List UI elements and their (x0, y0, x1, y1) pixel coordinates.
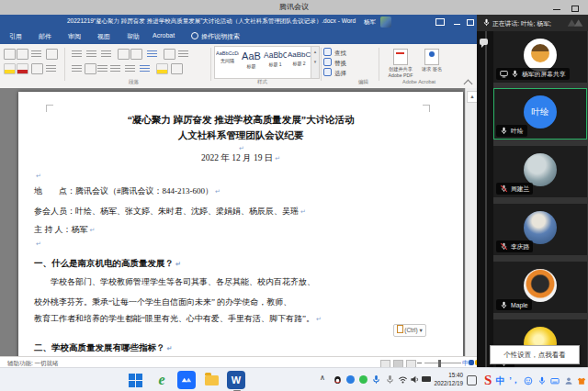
multilevel-list-icon[interactable] (101, 49, 111, 58)
chat-bubble-icon[interactable] (480, 39, 488, 45)
avatar-yangjun (524, 39, 557, 72)
ime-chinese-mode-icon[interactable]: 中 (496, 374, 505, 387)
ime-tool-icon[interactable] (469, 360, 474, 365)
create-share-pdf-label[interactable]: 创建并共享 Adobe PDF (384, 66, 417, 78)
zoom-out-icon[interactable] (417, 363, 422, 363)
align-left-icon[interactable] (72, 63, 82, 73)
tab-help[interactable]: 帮助 (127, 32, 140, 41)
notification-center-icon[interactable] (467, 375, 477, 385)
tell-me-search[interactable]: 操作说明搜索 (191, 32, 240, 41)
participant-label: 周建兰 (496, 183, 533, 195)
restore-icon[interactable] (571, 6, 579, 12)
bullets-icon[interactable] (72, 49, 82, 58)
find-button[interactable]: 查找 (323, 48, 346, 58)
align-right-icon[interactable] (97, 63, 107, 73)
soft-keyboard-icon[interactable] (550, 376, 560, 385)
group-divider (321, 48, 322, 81)
align-center-icon[interactable] (85, 63, 96, 74)
mic-active-tray-icon[interactable] (371, 374, 381, 385)
tab-references[interactable]: 引用 (9, 32, 22, 41)
select-button[interactable]: 选择 (323, 68, 346, 78)
word-taskbar-icon[interactable]: W (227, 371, 245, 389)
ribbon-display-options-icon[interactable] (435, 18, 445, 26)
internet-explorer-icon[interactable]: e (153, 371, 171, 389)
participant-tile-liqinglu[interactable]: 李庆路 (493, 204, 587, 255)
style-no-spacing[interactable]: AaBbCcDc 无间隔 (216, 47, 239, 76)
style-title[interactable]: AaB 标题 (240, 47, 263, 76)
highlight-color-icon[interactable] (4, 63, 16, 74)
emoji-icon[interactable] (524, 376, 533, 385)
tab-mailings[interactable]: 邮件 (39, 32, 51, 41)
distribute-icon[interactable] (125, 63, 135, 73)
participant-tile-yehui[interactable]: 叶绘 叶绘 (493, 88, 587, 140)
tab-view[interactable]: 视图 (97, 32, 110, 41)
line-spacing-icon[interactable] (140, 63, 150, 73)
file-explorer-icon[interactable] (202, 371, 220, 389)
participant-tile-maple[interactable]: Maple (493, 262, 587, 313)
sort-icon[interactable] (164, 49, 175, 60)
wechat-tray-icon[interactable] (359, 375, 368, 384)
browser-tray-icon[interactable] (346, 375, 355, 384)
create-share-pdf-icon[interactable] (393, 49, 408, 65)
replace-button[interactable]: 替换 (323, 58, 346, 68)
taskbar-clock[interactable]: 15:40 2022/12/19 (426, 372, 463, 388)
decrease-indent-icon[interactable] (118, 49, 130, 60)
character-shading-icon[interactable] (31, 63, 43, 74)
find-icon (323, 48, 332, 56)
request-signatures-label[interactable]: 请求 签名 (415, 66, 448, 73)
justify-icon[interactable] (110, 63, 120, 73)
style-gallery: AaBbCcDc 无间隔 AaB 标题 AaBbC 标题 1 AaBbC 标题 … (214, 46, 311, 79)
tray-expand-icon[interactable]: ∧ (320, 374, 325, 382)
vertical-scrollbar[interactable]: ▲ (465, 88, 477, 356)
increase-indent-icon[interactable] (130, 49, 142, 60)
numbering-icon[interactable] (86, 49, 96, 58)
empty-line (34, 239, 445, 248)
scroll-up-icon[interactable]: ▲ (467, 91, 477, 103)
ime-punctuation-icon[interactable]: ’， (509, 374, 520, 386)
font-color-icon[interactable] (17, 63, 28, 74)
style-heading2[interactable]: AaBbC 标题 2 (288, 47, 311, 76)
grow-font-icon[interactable] (4, 49, 16, 60)
sogou-logo-icon[interactable]: S (484, 373, 492, 388)
mic-muted-icon (500, 242, 508, 251)
enclose-character-icon[interactable] (46, 63, 56, 73)
wifi-icon[interactable] (398, 374, 408, 385)
zoom-slider[interactable] (424, 363, 461, 363)
asian-layout-icon[interactable] (147, 49, 157, 58)
change-case-icon[interactable] (31, 49, 41, 58)
collapse-ribbon-icon[interactable] (464, 80, 473, 89)
gallery-scroll[interactable]: ▴▾ (311, 46, 320, 79)
document-page[interactable]: “凝心聚力 踔厉奋发 推进学校高质量发展”大讨论活动 人文社科系管理团队会议纪要… (18, 92, 463, 356)
account-avatar[interactable] (380, 17, 391, 28)
participant-tile-yangjun-screenshare[interactable]: 杨军的屏幕共享 (493, 31, 587, 83)
start-button[interactable] (129, 374, 142, 387)
shading-icon[interactable] (156, 63, 168, 74)
participant-tile-zhoujianlan[interactable]: 周建兰 (493, 146, 587, 197)
request-signatures-icon[interactable] (424, 49, 439, 65)
minimize-icon[interactable] (553, 6, 560, 10)
ime-toolbox-icon[interactable] (564, 376, 573, 385)
borders-icon[interactable] (171, 63, 183, 74)
character-border-icon[interactable] (46, 49, 58, 60)
paste-options-button[interactable]: (Ctrl) ▾ (393, 324, 426, 337)
ime-skin-icon[interactable] (577, 376, 586, 385)
tab-review[interactable]: 审阅 (68, 32, 81, 41)
show-marks-icon[interactable] (178, 49, 188, 58)
style-heading1[interactable]: AaBbC 标题 1 (264, 47, 287, 76)
volume-icon[interactable] (410, 374, 420, 385)
word-restore-icon[interactable] (467, 19, 474, 26)
mic-tray-icon[interactable] (385, 374, 395, 385)
styles-group-label: 样式 (257, 79, 267, 85)
tencent-meeting-taskbar-icon[interactable] (177, 371, 196, 389)
participant-label: Maple (496, 299, 532, 310)
word-account-name[interactable]: 杨军 (364, 18, 376, 27)
word-minimize-icon[interactable] (454, 20, 460, 25)
qq-tray-icon[interactable] (333, 374, 343, 385)
meeting-window-title: 腾讯会议 (0, 2, 588, 12)
participants-panel: 正在讲话: 叶绘; 杨军; 杨军的屏幕共享 叶绘 叶绘 周建 (477, 15, 588, 367)
zoom-slider-knob[interactable] (438, 360, 441, 367)
shrink-font-icon[interactable] (17, 49, 28, 60)
voice-input-icon[interactable] (537, 376, 547, 385)
tab-acrobat[interactable]: Acrobat (153, 32, 175, 39)
group-divider (210, 48, 211, 81)
